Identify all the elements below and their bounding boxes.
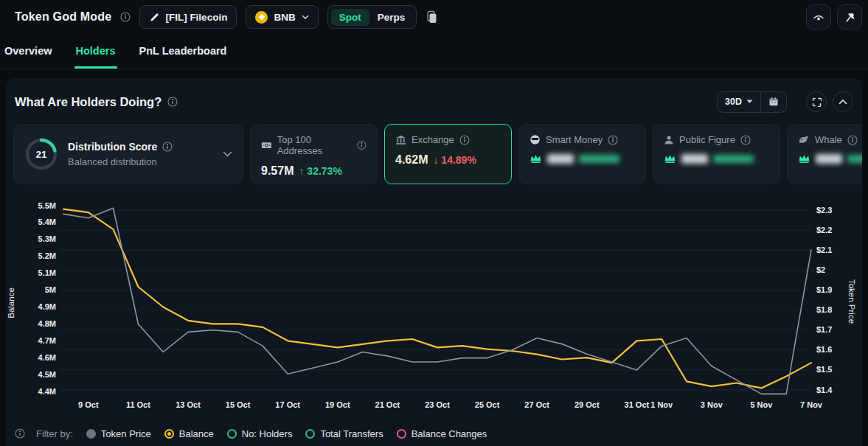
filter-label: Total Transfers bbox=[320, 428, 383, 439]
pencil-icon bbox=[149, 12, 159, 22]
x-axis-tick: 15 Oct bbox=[215, 400, 262, 411]
chevron-up-icon bbox=[839, 99, 847, 105]
token-selector-label: [FIL] Filecoin bbox=[165, 12, 227, 23]
filter-label: No: Holders bbox=[242, 428, 293, 439]
pin-icon bbox=[844, 12, 855, 23]
radio-icon bbox=[86, 429, 96, 439]
radio-icon bbox=[227, 429, 237, 439]
info-icon bbox=[847, 135, 858, 145]
redacted-change bbox=[713, 155, 754, 163]
radio-icon bbox=[397, 429, 406, 439]
section-title: What Are Holders Doing? bbox=[15, 95, 162, 109]
x-axis-tick: 5 Nov bbox=[737, 400, 785, 411]
x-axis-tick: 9 Oct bbox=[65, 400, 112, 411]
watch-button[interactable] bbox=[806, 4, 831, 29]
info-icon bbox=[740, 135, 751, 145]
date-range-group: 30D bbox=[717, 91, 787, 113]
x-axis-tick: 25 Oct bbox=[464, 400, 511, 411]
page-title: Token God Mode bbox=[15, 10, 111, 24]
x-axis-tick: 1 Nov bbox=[638, 400, 685, 411]
page-tabs: Overview Holders PnL Leaderboard bbox=[0, 34, 868, 69]
redacted-change bbox=[579, 155, 619, 163]
distribution-score-card[interactable]: 21 Distribution Score Balanced distribut… bbox=[13, 124, 243, 184]
spot-tab[interactable]: Spot bbox=[331, 9, 369, 26]
smart-money-card[interactable]: Smart Money bbox=[518, 124, 646, 184]
whale-icon bbox=[798, 135, 810, 144]
chevron-down-icon[interactable] bbox=[223, 151, 232, 157]
range-dropdown[interactable]: 30D bbox=[718, 92, 760, 112]
filter-token-price[interactable]: Token Price bbox=[86, 428, 151, 439]
chain-selector-button[interactable]: BNB bbox=[246, 5, 318, 29]
redacted-change bbox=[847, 155, 862, 163]
y-axis-tick-right: $1.7 bbox=[816, 324, 832, 335]
x-axis-tick: 23 Oct bbox=[414, 400, 461, 411]
tab-overview[interactable]: Overview bbox=[3, 45, 54, 69]
card-title: Distribution Score bbox=[68, 141, 157, 153]
perps-tab[interactable]: Perps bbox=[369, 9, 414, 26]
y-axis-tick-right: $1.4 bbox=[816, 385, 832, 396]
holder-stat-cards: 21 Distribution Score Balanced distribut… bbox=[13, 124, 862, 184]
exchange-card[interactable]: Exchange 4.62M ↓ 14.89% bbox=[384, 124, 512, 184]
balance-line bbox=[63, 209, 811, 388]
filter-no-holders[interactable]: No: Holders bbox=[227, 428, 293, 439]
calendar-icon bbox=[768, 97, 779, 107]
y-axis-tick-left: 5.2M bbox=[6, 251, 56, 262]
smart-money-icon bbox=[530, 134, 541, 145]
x-axis-tick: 19 Oct bbox=[314, 400, 361, 411]
tab-holders[interactable]: Holders bbox=[74, 45, 117, 69]
top100-addresses-card[interactable]: Top 100 Addresses 9.57M ↑ 32.73% bbox=[250, 124, 378, 184]
y-axis-tick-left: 5.3M bbox=[6, 234, 56, 245]
redacted-value bbox=[547, 154, 574, 164]
y-axis-tick-left: 4.6M bbox=[6, 352, 56, 363]
distribution-score-value: 21 bbox=[24, 137, 58, 171]
market-type-switch: Spot Perps bbox=[327, 5, 417, 29]
card-change: ↓ 14.89% bbox=[433, 154, 476, 166]
whale-card[interactable]: Whale bbox=[787, 124, 862, 184]
pin-button[interactable] bbox=[837, 4, 862, 29]
fullscreen-button[interactable] bbox=[806, 91, 827, 112]
holders-chart-area[interactable]: Balance Token Price 5.5M5.4M5.3M5.2M5.1M… bbox=[6, 194, 862, 417]
caret-down-icon bbox=[746, 100, 753, 104]
copy-icon[interactable] bbox=[426, 10, 437, 24]
redacted-value bbox=[816, 154, 842, 164]
crown-icon bbox=[530, 153, 542, 164]
card-title: Smart Money bbox=[546, 134, 603, 145]
filter-balance[interactable]: Balance bbox=[164, 428, 214, 439]
y-axis-tick-right: $2.1 bbox=[816, 245, 832, 256]
filter-balance-changes[interactable]: Balance Changes bbox=[397, 428, 487, 439]
filter-total-transfers[interactable]: Total Transfers bbox=[305, 428, 383, 439]
card-value: 4.62M bbox=[395, 153, 428, 167]
token-selector-button[interactable]: [FIL] Filecoin bbox=[139, 5, 237, 29]
collapse-button[interactable] bbox=[833, 91, 853, 112]
section-header: What Are Holders Doing? 30D bbox=[15, 90, 853, 114]
banknote-icon bbox=[261, 140, 272, 150]
calendar-button[interactable] bbox=[760, 92, 786, 112]
y-axis-tick-left: 4.4M bbox=[6, 386, 56, 397]
card-subtitle: Balanced distribution bbox=[68, 156, 213, 167]
y-axis-tick-right: $1.8 bbox=[816, 304, 832, 316]
range-value: 30D bbox=[725, 97, 742, 107]
y-axis-tick-left: 5.4M bbox=[6, 217, 56, 228]
bnb-coin-icon bbox=[255, 11, 268, 24]
filter-bar: Filter by: Token Price Balance No: Holde… bbox=[15, 425, 487, 442]
chevron-down-icon bbox=[302, 15, 309, 20]
filter-label: Token Price bbox=[101, 428, 151, 439]
radio-icon bbox=[305, 429, 315, 439]
crown-icon bbox=[798, 153, 810, 164]
info-icon bbox=[162, 142, 173, 152]
card-title: Top 100 Addresses bbox=[277, 134, 352, 156]
radio-icon bbox=[164, 429, 174, 439]
holders-panel: What Are Holders Doing? 30D bbox=[6, 78, 862, 446]
filter-label: Balance Changes bbox=[412, 428, 487, 439]
crown-icon bbox=[664, 153, 676, 164]
public-figure-card[interactable]: Public Figure bbox=[653, 124, 780, 184]
redacted-value bbox=[681, 154, 708, 164]
y-axis-tick-right: $1.9 bbox=[816, 285, 832, 296]
holders-chart bbox=[6, 194, 862, 417]
bank-icon bbox=[395, 135, 406, 145]
y-axis-tick-left: 4.7M bbox=[6, 335, 56, 346]
y-axis-tick-left: 4.5M bbox=[6, 369, 56, 380]
tab-pnl-leaderboard[interactable]: PnL Leaderboard bbox=[138, 45, 229, 69]
card-title: Exchange bbox=[412, 134, 454, 145]
filter-by-label: Filter by: bbox=[36, 428, 73, 439]
